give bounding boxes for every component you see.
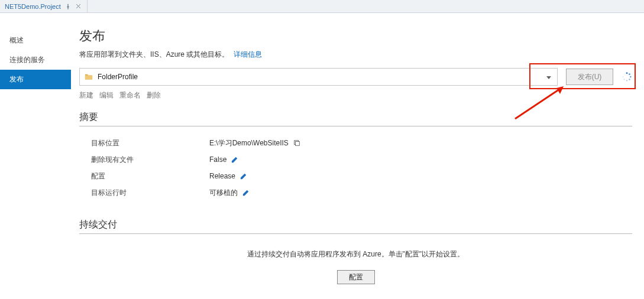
cd-description: 通过持续交付自动将应用程序发布到 Azure。单击"配置"以开始设置。 [79,249,632,259]
svg-point-1 [629,73,630,75]
sidebar: 概述 连接的服务 发布 [0,13,71,299]
details-link[interactable]: 详细信息 [234,50,262,58]
profile-actions: 新建 编辑 重命名 删除 [79,90,632,100]
pencil-icon[interactable] [242,189,250,196]
configure-button[interactable]: 配置 [337,270,375,284]
svg-point-7 [624,74,625,75]
summary-title: 摘要 [79,111,632,124]
summary-value: 可移植的 [209,188,238,198]
page-title: 发布 [79,27,632,45]
pencil-icon[interactable] [240,173,247,180]
svg-point-5 [624,79,625,80]
action-rename[interactable]: 重命名 [119,90,141,100]
summary-row: 目标运行时 可移植的 [91,184,632,201]
summary-value: E:\学习Demo\WebSiteIIS [209,138,289,148]
summary-grid: 目标位置 E:\学习Demo\WebSiteIIS 删除现有文件 False [91,135,632,201]
svg-point-3 [629,79,630,80]
summary-value: False [209,155,226,164]
profile-name: FolderProfile [98,73,138,81]
document-tab[interactable]: NET5Demo.Project [0,0,88,12]
pin-icon[interactable] [64,3,72,10]
cd-title: 持续交付 [79,219,632,231]
summary-label: 目标位置 [91,138,209,148]
svg-point-2 [630,76,632,78]
sidebar-item-overview[interactable]: 概述 [0,31,71,50]
cd-rule [79,233,632,234]
summary-rule [79,126,632,126]
publish-button[interactable]: 发布(U) [566,69,613,85]
tab-bar: NET5Demo.Project [0,0,644,13]
pencil-icon[interactable] [231,156,238,163]
svg-point-4 [626,80,627,81]
svg-point-6 [623,76,624,77]
copy-icon[interactable] [293,139,300,147]
summary-row: 目标位置 E:\学习Demo\WebSiteIIS [91,135,632,151]
action-edit[interactable]: 编辑 [99,90,114,100]
summary-label: 目标运行时 [91,188,209,198]
sidebar-item-connected-services[interactable]: 连接的服务 [0,50,71,70]
svg-point-0 [626,72,628,74]
page-description: 将应用部署到文件夹、IIS、Azure 或其他目标。 详细信息 [79,50,632,60]
chevron-down-icon [546,73,551,81]
summary-label: 删除现有文件 [91,155,209,165]
loading-spinner-icon [622,72,632,82]
action-delete[interactable]: 删除 [147,90,161,100]
close-icon[interactable] [75,3,82,10]
sidebar-item-publish[interactable]: 发布 [0,70,71,89]
summary-value: Release [209,172,235,180]
summary-row: 删除现有文件 False [91,151,632,168]
svg-rect-11 [295,141,299,145]
profile-row: FolderProfile 发布(U) [79,68,632,86]
profile-select[interactable]: FolderProfile [79,68,558,86]
summary-label: 配置 [91,171,209,181]
action-new[interactable]: 新建 [79,90,93,100]
folder-icon [85,73,93,81]
tab-title: NET5Demo.Project [5,3,61,10]
main-panel: 发布 将应用部署到文件夹、IIS、Azure 或其他目标。 详细信息 Folde… [71,13,644,299]
summary-row: 配置 Release [91,168,632,184]
